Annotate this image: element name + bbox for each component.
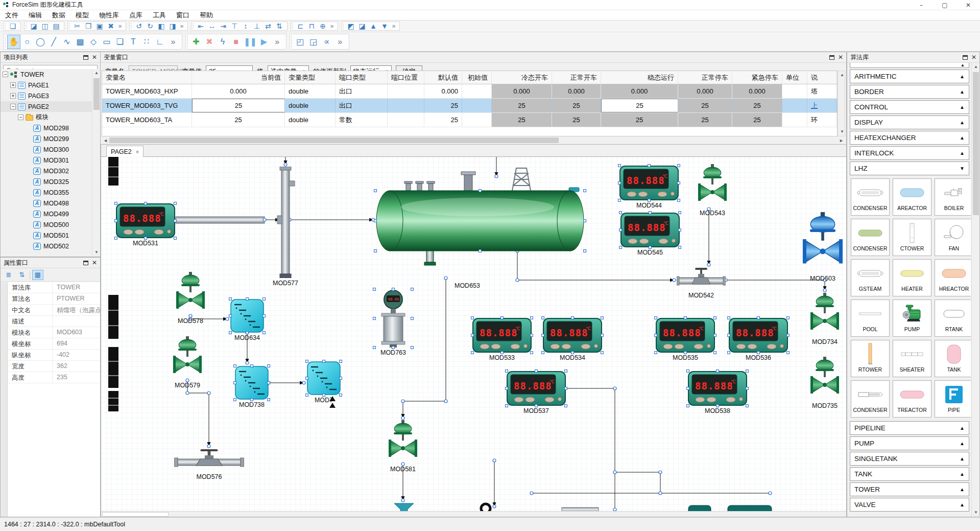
variable-table-hscrollbar[interactable]: ◄ ► — [102, 137, 845, 144]
property-row[interactable]: 算法库 TOWER — [8, 282, 100, 293]
menu-item-1[interactable]: 编辑 — [23, 10, 47, 20]
library-section-HEATEXCHANGER[interactable]: HEATEXCHANGER▲ — [850, 131, 969, 145]
close-button[interactable]: ✕ — [957, 0, 980, 10]
bolt-icon[interactable]: ϟ — [216, 35, 229, 49]
library-item-POOL[interactable]: POOL — [851, 299, 890, 337]
column-header-0[interactable]: 变量名 — [102, 71, 192, 84]
scroll-up-icon[interactable]: ▲ — [92, 69, 101, 77]
library-item-HEATER[interactable]: HEATER — [893, 259, 931, 296]
library-section-DISPLAY[interactable]: DISPLAY▲ — [850, 116, 969, 129]
rotate-ccw-icon[interactable]: ↺ — [133, 21, 145, 31]
tree-toggle-icon[interactable]: − — [10, 104, 16, 109]
distribute-v-icon[interactable]: ⇅ — [274, 21, 285, 31]
tree-item-MOD301[interactable]: A MOD301 — [1, 155, 93, 166]
library-section-VALVE[interactable]: VALVE▲ — [850, 498, 969, 512]
align-right-icon[interactable]: ⇥ — [218, 21, 229, 31]
distribute-h-icon[interactable]: ⇄ — [262, 21, 274, 31]
library-item-FAN[interactable]: FAN — [935, 219, 971, 256]
zoom-shrink-icon[interactable]: ◲ — [307, 35, 320, 49]
module-MOD534[interactable] — [543, 318, 602, 352]
polygon-icon[interactable]: ◇ — [87, 35, 100, 49]
categorized-icon[interactable]: ≣ — [3, 270, 14, 280]
module-MOD538[interactable] — [688, 372, 747, 405]
tree-item-PAGE1[interactable]: + PAGE1 — [1, 80, 93, 90]
tree-item-MOD299[interactable]: A MOD299 — [1, 133, 93, 144]
library-item-RTANK[interactable]: RTANK — [935, 299, 971, 337]
run-icon[interactable]: ▶ — [257, 35, 271, 49]
column-header-2[interactable]: 变量类型 — [285, 71, 336, 84]
tree-item-MOD302[interactable]: A MOD302 — [1, 166, 93, 176]
library-section-ARITHMETIC[interactable]: ARITHMETIC▲ — [850, 70, 969, 83]
library-item-GSTEAM[interactable]: GSTEAM — [851, 259, 890, 296]
hscroll-thumb[interactable] — [109, 137, 559, 143]
paste-icon[interactable]: ▣ — [94, 21, 105, 31]
add-icon[interactable]: ✚ — [189, 35, 203, 49]
column-header-4[interactable]: 端口位置 — [388, 71, 424, 84]
library-scrollbar[interactable]: ▲ ▼ — [971, 63, 979, 517]
tree-scrollbar[interactable]: ▲ ▼ — [92, 69, 100, 257]
module-MOD533[interactable] — [473, 318, 531, 352]
library-item-CONDENSER[interactable]: CONDENSER — [851, 219, 890, 256]
tree-toggle-icon[interactable]: + — [10, 82, 16, 88]
menu-item-7[interactable]: 窗口 — [171, 10, 195, 20]
module-MOD7[interactable] — [307, 362, 340, 395]
table-row-TOWER_MOD603_TA[interactable]: TOWER_MOD603_TA25double常数252525252525环 — [102, 113, 837, 127]
menu-item-0[interactable]: 文件 — [0, 10, 23, 20]
column-header-13[interactable]: 说 — [807, 71, 836, 84]
library-section-BORDER[interactable]: BORDER▲ — [850, 85, 969, 99]
tree-item-PAGE2[interactable]: − PAGE2 — [1, 101, 93, 112]
tree-item-MOD499[interactable]: A MOD499 — [1, 209, 93, 219]
column-header-5[interactable]: 默认值 — [424, 71, 462, 84]
maximize-button[interactable]: ▢ — [933, 0, 957, 10]
close-icon[interactable]: ✕ — [971, 54, 976, 60]
diagram-canvas[interactable]: 88.888 ℃ 88.88 — [101, 157, 846, 511]
image-icon[interactable]: ▩ — [74, 35, 87, 49]
library-section-CONTROL[interactable]: CONTROL▲ — [850, 100, 969, 114]
module-MOD763[interactable] — [381, 290, 405, 348]
tree-item-MOD325[interactable]: A MOD325 — [1, 176, 93, 187]
tree-item-MOD498[interactable]: A MOD498 — [1, 198, 93, 209]
tab-close-icon[interactable]: × — [136, 149, 139, 155]
module-MOD738[interactable] — [235, 366, 268, 399]
library-section-SINGLETANK[interactable]: SINGLETANK▲ — [850, 452, 969, 466]
menu-item-4[interactable]: 物性库 — [94, 10, 124, 20]
align-bottom-icon[interactable]: ⊥ — [251, 21, 262, 31]
menu-item-3[interactable]: 模型 — [70, 10, 94, 20]
library-section-TANK[interactable]: TANK▲ — [850, 467, 969, 481]
close-icon[interactable]: ✕ — [838, 54, 843, 60]
property-row[interactable]: 纵坐标 -402 — [8, 350, 100, 361]
rectangle-icon[interactable]: ▭ — [100, 35, 113, 49]
scroll-up-icon[interactable]: ▲ — [972, 63, 980, 71]
tree-item-MOD501[interactable]: A MOD501 — [1, 230, 93, 241]
points-icon[interactable]: ∷ — [140, 35, 153, 49]
align-center-icon[interactable]: ↕ — [240, 21, 251, 31]
library-item-TANK[interactable]: TANK — [935, 340, 971, 377]
zoom-fit-icon[interactable]: ◰ — [294, 35, 307, 49]
menu-item-2[interactable]: 数据 — [47, 10, 70, 20]
tree-toggle-icon[interactable]: − — [18, 114, 23, 120]
curve-icon[interactable]: ∿ — [60, 35, 74, 49]
property-row[interactable]: 横坐标 694 — [8, 338, 100, 350]
module-MOD535[interactable] — [656, 318, 714, 352]
tree-item-MOD502[interactable]: A MOD502 — [1, 241, 93, 251]
library-item-TREACTOR[interactable]: TREACTOR — [893, 380, 931, 418]
menu-item-5[interactable]: 点库 — [124, 10, 148, 20]
column-header-6[interactable]: 初始值 — [462, 71, 492, 84]
tree-toggle-icon[interactable]: − — [3, 72, 8, 77]
overflow-icon[interactable]: » — [166, 35, 180, 49]
scroll-down-icon[interactable]: ▼ — [972, 509, 980, 517]
tree-toggle-icon[interactable]: + — [10, 93, 16, 99]
scroll-up-icon[interactable]: ▲ — [838, 71, 846, 79]
variable-table-vscrollbar[interactable]: ▲ ▼ — [838, 71, 845, 136]
library-item-AREACTOR[interactable]: AREACTOR — [893, 178, 931, 216]
close-icon[interactable]: ✕ — [92, 54, 97, 60]
ellipse-icon[interactable]: ◯ — [34, 35, 47, 49]
remove-icon[interactable]: ✖ — [203, 35, 216, 49]
flip-vertical-icon[interactable]: ◨ — [167, 21, 178, 31]
library-item-RTOWER[interactable]: RTOWER — [851, 340, 890, 377]
same-width-icon[interactable]: ⊏ — [295, 21, 306, 31]
flip-horizontal-icon[interactable]: ◧ — [156, 21, 167, 31]
library-section-TOWER[interactable]: TOWER▲ — [850, 482, 969, 496]
save-icon[interactable]: ◪ — [28, 21, 39, 31]
scroll-down-icon[interactable]: ▼ — [92, 248, 101, 257]
